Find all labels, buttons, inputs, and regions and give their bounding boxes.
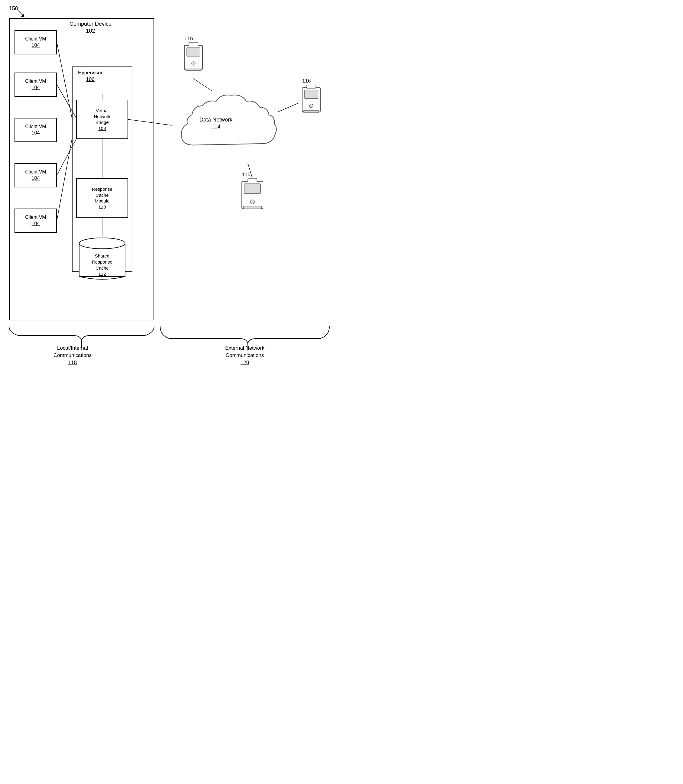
diagram: 150 Computer Device 102 Client VM 104 Cl…: [0, 0, 342, 392]
svg-rect-15: [305, 90, 318, 99]
data-network-label: Data Network 114: [199, 116, 232, 131]
svg-rect-17: [304, 110, 319, 113]
svg-rect-19: [307, 85, 316, 88]
svg-point-10: [192, 62, 195, 65]
svg-rect-13: [189, 42, 198, 46]
label-116-top: 116: [184, 36, 193, 42]
svg-rect-9: [187, 48, 200, 56]
src-container: Shared Response Cache 112: [76, 236, 128, 281]
label-116-bottom: 116: [242, 172, 250, 178]
server-top-icon: [178, 42, 208, 79]
external-comms-label: External Network Communications 120: [193, 345, 296, 366]
client-vm-5: Client VM 104: [14, 208, 57, 233]
svg-text:Shared: Shared: [95, 253, 109, 258]
arrow-150: [17, 9, 26, 18]
svg-text:Response: Response: [92, 259, 112, 265]
label-116-right: 116: [302, 78, 311, 84]
server-bottom-icon: [236, 178, 269, 218]
svg-rect-11: [186, 68, 201, 71]
client-vm-2: Client VM 104: [14, 72, 57, 97]
client-vm-4: Client VM 104: [14, 163, 57, 188]
server-right-icon: [296, 85, 326, 121]
local-comms-label: Local/Internal Communications 118: [27, 345, 118, 366]
svg-text:Cache: Cache: [96, 265, 109, 271]
client-vm-1: Client VM 104: [14, 30, 57, 55]
svg-text:112: 112: [98, 271, 106, 277]
svg-point-22: [250, 200, 255, 204]
svg-point-16: [309, 104, 313, 107]
svg-rect-25: [248, 178, 257, 182]
vnb-box: Virtual Network Bridge 108: [76, 100, 128, 139]
rcm-box: Response Cache Module 110: [76, 178, 128, 218]
src-cylinder: Shared Response Cache 112: [76, 236, 128, 281]
svg-point-3: [79, 238, 125, 249]
svg-rect-23: [243, 206, 261, 209]
client-vm-3: Client VM 104: [14, 118, 57, 142]
hypervisor-label: Hypervisor 106: [78, 69, 103, 83]
computer-device-label: Computer Device 102: [69, 21, 112, 35]
svg-rect-21: [244, 184, 260, 194]
